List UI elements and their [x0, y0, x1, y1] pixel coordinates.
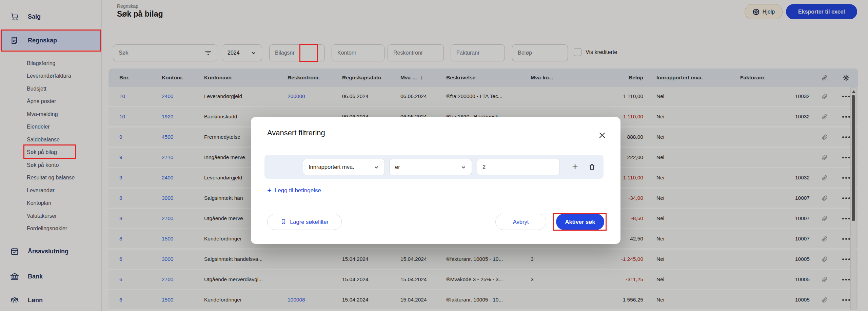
chevron-down-icon	[374, 164, 379, 170]
add-condition-link[interactable]: + Legg til betingelse	[267, 186, 321, 195]
advanced-filter-modal: Avansert filtrering Innrapportert mva. e…	[251, 117, 620, 244]
condition-operator-select[interactable]: er	[389, 159, 472, 175]
chevron-down-icon	[461, 164, 466, 170]
add-condition-plus-button[interactable]: +	[568, 159, 582, 174]
condition-value-input[interactable]	[477, 159, 560, 175]
close-icon	[598, 132, 606, 139]
plus-icon: +	[267, 186, 272, 195]
modal-title: Avansert filtrering	[267, 129, 325, 137]
filter-condition-row: Innrapportert mva. er +	[264, 155, 604, 179]
save-search-filter-button[interactable]: Lagre søkefilter	[267, 214, 342, 230]
delete-condition-button[interactable]	[586, 160, 598, 174]
bookmark-icon	[280, 219, 287, 225]
close-button[interactable]	[597, 131, 607, 140]
cancel-button[interactable]: Avbryt	[495, 214, 546, 230]
condition-field-select[interactable]: Innrapportert mva.	[303, 159, 385, 175]
trash-icon	[588, 163, 596, 171]
activate-search-button[interactable]: Aktiver søk	[556, 214, 604, 230]
